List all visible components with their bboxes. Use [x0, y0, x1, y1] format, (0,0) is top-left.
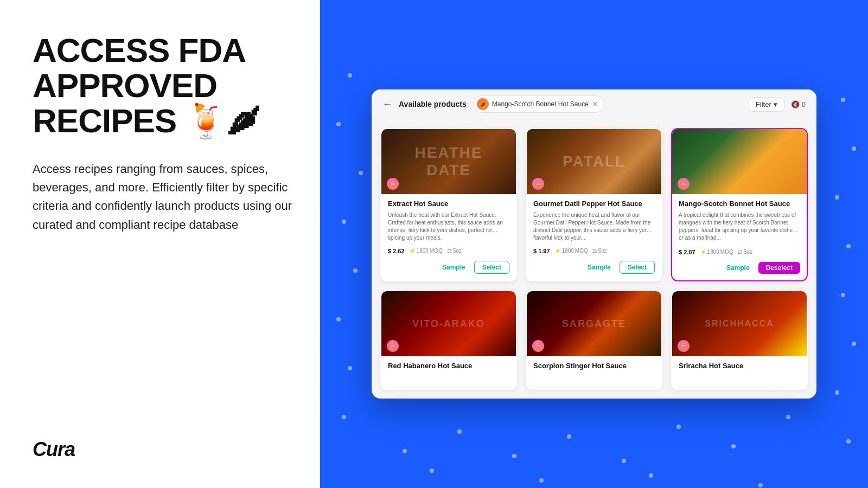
product-img-label-sriracha: SRICHHACCA	[705, 319, 774, 329]
left-panel: ACCESS FDA APPROVED RECIPES 🍹🌶 Access re…	[0, 0, 320, 488]
product-name-sriracha: Sriracha Hot Sauce	[679, 362, 800, 371]
product-image-mango: 🔒	[672, 129, 807, 194]
filter-button[interactable]: Filter ▾	[749, 97, 784, 112]
lock-badge-habanero: 🔒	[387, 340, 399, 352]
sub-description: Access recipes ranging from sauces, spic…	[33, 160, 293, 234]
product-name-mango: Mango-Scotch Bonnet Hot Sauce	[679, 200, 800, 209]
product-image-sriracha: SRICHHACCA 🔒	[672, 291, 807, 356]
product-img-label-habanero: VITO-ARAKO	[412, 318, 485, 329]
sample-button-extract[interactable]: Sample	[438, 261, 470, 274]
product-price-mango: $ 2.07	[679, 249, 695, 255]
right-panel: ← Available products 🌶 Mango-Scotch Bonn…	[320, 0, 868, 488]
left-content: ACCESS FDA APPROVED RECIPES 🍹🌶 Access re…	[33, 33, 293, 234]
product-image-scorpion: SARGAGTE 🔒	[527, 291, 661, 356]
filter-label: Filter	[756, 100, 771, 108]
deselect-button-mango[interactable]: Deselect	[758, 262, 800, 274]
product-moq-mango: ⚡ 1800MOQ	[700, 249, 733, 255]
product-card-extract: HEATHEDATE 🔒 Extract Hot Sauce Unleash t…	[380, 128, 517, 281]
product-desc-mango: A tropical delight that combines the swe…	[679, 211, 800, 245]
product-moq-gourmet: ⚡ 1800MOQ	[554, 248, 588, 254]
sound-icon: 🔇	[791, 100, 800, 108]
product-weight-gourmet: ⚖ 5oz	[592, 248, 607, 254]
product-info-mango: Mango-Scotch Bonnet Hot Sauce A tropical…	[672, 194, 807, 280]
sample-button-gourmet[interactable]: Sample	[583, 261, 615, 274]
product-info-sriracha: Sriracha Hot Sauce	[672, 356, 807, 389]
product-meta-gourmet: $ 1.97 ⚡ 1800MOQ ⚖ 5oz	[533, 248, 655, 254]
filter-tag-label: Mango-Scotch Bonnet Hot Sauce	[492, 100, 589, 108]
product-card-mango: 🔒 Mango-Scotch Bonnet Hot Sauce A tropic…	[671, 128, 808, 281]
product-img-label-scorpion: SARGAGTE	[562, 318, 626, 329]
product-image-extract: HEATHEDATE 🔒	[381, 129, 516, 194]
active-filter-tag: 🌶 Mango-Scotch Bonnet Hot Sauce ✕	[473, 95, 604, 113]
product-meta-extract: $ 2.62 ⚡ 1800MOQ ⚖ 5oz	[388, 248, 509, 254]
product-img-label-gourmet: PATALL	[563, 153, 626, 170]
product-name-habanero: Red Habanero Hot Sauce	[388, 362, 509, 371]
lock-badge-sriracha: 🔒	[678, 340, 690, 352]
filter-avatar: 🌶	[477, 98, 489, 110]
product-actions-gourmet: Sample Select	[533, 261, 655, 274]
product-name-extract: Extract Hot Sauce	[388, 200, 509, 209]
product-price-extract: $ 2.62	[388, 248, 405, 254]
product-info-habanero: Red Habanero Hot Sauce	[381, 356, 516, 389]
select-button-extract[interactable]: Select	[474, 261, 509, 274]
sound-count: 0	[802, 100, 806, 108]
lock-badge-extract: 🔒	[387, 178, 399, 190]
product-desc-extract: Unleash the heat with our Extract Hot Sa…	[388, 211, 509, 243]
product-img-label-extract: HEATHEDATE	[414, 144, 482, 179]
top-bar: ← Available products 🌶 Mango-Scotch Bonn…	[372, 89, 816, 119]
product-meta-mango: $ 2.07 ⚡ 1800MOQ ⚖ 5oz	[679, 249, 800, 255]
tag-close-icon[interactable]: ✕	[592, 100, 598, 108]
sound-button[interactable]: 🔇 0	[791, 100, 806, 108]
lock-badge-gourmet: 🔒	[532, 178, 544, 190]
sample-button-mango[interactable]: Sample	[722, 262, 754, 274]
lock-badge-scorpion: 🔒	[532, 340, 544, 352]
product-info-scorpion: Scorpion Stinger Hot Sauce	[527, 356, 661, 389]
product-info-gourmet: Gourmet Datil Pepper Hot Sauce Experienc…	[527, 194, 661, 280]
back-button[interactable]: ←	[382, 99, 392, 110]
available-products-label: Available products	[399, 100, 467, 108]
product-weight-mango: ⚖ 5oz	[738, 249, 752, 255]
product-info-extract: Extract Hot Sauce Unleash the heat with …	[381, 194, 516, 280]
main-heading: ACCESS FDA APPROVED RECIPES 🍹🌶	[33, 33, 293, 138]
product-image-gourmet: PATALL 🔒	[527, 129, 661, 194]
product-moq-extract: ⚡ 1800MOQ	[409, 248, 443, 254]
product-actions-extract: Sample Select	[388, 261, 509, 274]
brand-logo: Cura	[33, 438, 293, 461]
app-window: ← Available products 🌶 Mango-Scotch Bonn…	[372, 89, 816, 399]
product-name-scorpion: Scorpion Stinger Hot Sauce	[533, 362, 655, 371]
product-card-sriracha: SRICHHACCA 🔒 Sriracha Hot Sauce	[671, 290, 808, 390]
product-actions-mango: Sample Deselect	[679, 262, 800, 274]
lock-badge-mango: 🔒	[678, 178, 690, 190]
product-image-habanero: VITO-ARAKO 🔒	[381, 291, 516, 356]
product-price-gourmet: $ 1.97	[533, 248, 550, 254]
product-card-scorpion: SARGAGTE 🔒 Scorpion Stinger Hot Sauce	[526, 290, 662, 390]
product-name-gourmet: Gourmet Datil Pepper Hot Sauce	[533, 200, 655, 209]
product-desc-gourmet: Experience the unique heat and flavor of…	[533, 211, 655, 243]
product-card-habanero: VITO-ARAKO 🔒 Red Habanero Hot Sauce	[380, 290, 517, 390]
product-card-gourmet: PATALL 🔒 Gourmet Datil Pepper Hot Sauce …	[526, 128, 662, 281]
product-weight-extract: ⚖ 5oz	[447, 248, 462, 254]
select-button-gourmet[interactable]: Select	[620, 261, 655, 274]
product-img-bg-mango	[672, 129, 807, 194]
products-grid: HEATHEDATE 🔒 Extract Hot Sauce Unleash t…	[372, 119, 816, 399]
top-bar-right: Filter ▾ 🔇 0	[749, 97, 806, 112]
filter-chevron-icon: ▾	[774, 100, 777, 108]
